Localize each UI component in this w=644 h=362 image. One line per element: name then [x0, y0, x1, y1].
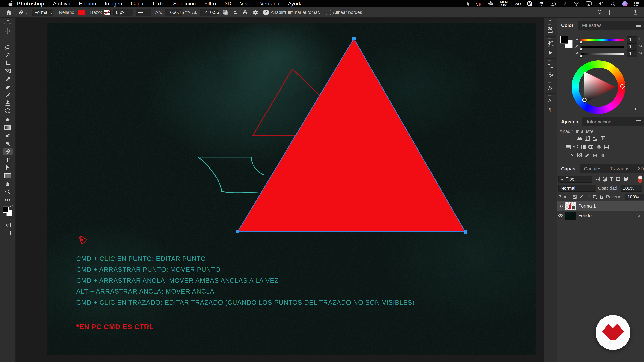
hand-tool[interactable]	[3, 180, 12, 188]
screen-record-icon[interactable]	[476, 1, 481, 6]
brightness-slider-thumb[interactable]	[579, 55, 583, 57]
frame-tool[interactable]	[3, 67, 12, 75]
stroke-style-dropdown[interactable]: ⌄	[136, 9, 151, 16]
lasso-tool[interactable]	[3, 43, 12, 51]
menu-ventana[interactable]: Ventana	[260, 1, 280, 7]
path-selection-tool[interactable]	[3, 164, 12, 171]
blend-mode-dropdown[interactable]: Normal⌄	[558, 185, 596, 192]
toolbar-grip[interactable]	[4, 23, 11, 24]
hue-slider[interactable]	[581, 39, 624, 41]
fill-swatch[interactable]	[78, 9, 85, 15]
adjustment-posterize-icon[interactable]	[576, 152, 583, 159]
menu-imagen[interactable]: Imagen	[105, 1, 122, 7]
filter-shape-layers-icon[interactable]	[616, 177, 621, 182]
dock-layer-styles-icon[interactable]: fx	[546, 84, 555, 92]
spotlight-icon[interactable]	[610, 1, 616, 6]
type-tool[interactable]: T	[3, 156, 12, 163]
tidal-icon[interactable]	[488, 1, 494, 6]
pen-tool-preset-icon[interactable]	[18, 9, 24, 15]
dock-paragraph-icon[interactable]: ¶	[546, 106, 555, 113]
dock-actions-icon[interactable]	[546, 49, 555, 56]
pen-preset-chevron-icon[interactable]: ⌄	[25, 10, 28, 14]
dock-expand-icon[interactable]: »	[546, 18, 555, 22]
lock-position-icon[interactable]	[586, 195, 590, 199]
color-panel-swatches[interactable]	[560, 36, 574, 49]
adjustment-invert-icon[interactable]	[568, 152, 575, 159]
layer-name[interactable]: Fondo	[578, 213, 592, 218]
filter-smart-objects-icon[interactable]	[623, 177, 628, 182]
m-app-icon[interactable]: M	[527, 1, 532, 6]
edit-toolbar-icon[interactable]: •••	[3, 196, 12, 204]
home-icon[interactable]	[6, 9, 12, 15]
tab-informacion[interactable]: Información	[582, 117, 616, 126]
menu-capa[interactable]: Capa	[131, 1, 143, 7]
document-canvas[interactable]: CMD + CLIC EN PUNTO: EDITAR PUNTO CMD + …	[47, 23, 536, 355]
magic-wand-tool[interactable]	[3, 51, 12, 59]
adjustment-color-balance-icon[interactable]	[572, 143, 579, 150]
healing-brush-tool[interactable]	[3, 84, 12, 91]
eraser-tool[interactable]	[3, 116, 12, 123]
anchor-bottom-right[interactable]	[464, 230, 467, 234]
tab-ajustes[interactable]: Ajustes	[557, 117, 582, 126]
anchor-apex[interactable]	[352, 37, 356, 40]
hue-value-field[interactable]: 0	[626, 36, 637, 43]
auto-add-delete-checkbox[interactable]: ✓	[264, 10, 268, 15]
workspace-switcher-icon[interactable]	[609, 10, 616, 15]
path-alignment-icon[interactable]	[232, 9, 238, 15]
dock-properties-icon[interactable]	[546, 26, 555, 34]
menu-photoshop[interactable]: Photoshop	[17, 1, 44, 7]
tab-canales[interactable]: Canales	[580, 164, 606, 173]
adjustment-vibrance-icon[interactable]	[600, 135, 606, 142]
share-icon[interactable]	[632, 9, 638, 15]
layer-thumbnail[interactable]	[564, 212, 576, 220]
brush-tool[interactable]	[3, 92, 12, 99]
move-tool[interactable]	[3, 27, 12, 35]
canvas-pasteboard[interactable]: CMD + CLIC EN PUNTO: EDITAR PUNTO CMD + …	[16, 17, 544, 362]
airplay-icon[interactable]	[586, 1, 592, 6]
menu-3d[interactable]: 3D	[225, 1, 232, 7]
memory-status[interactable]: MEM82%	[500, 0, 508, 7]
tab-3d[interactable]: 3D	[634, 164, 644, 173]
zoom-tool[interactable]	[3, 188, 12, 196]
brightness-value-field[interactable]: 0	[626, 50, 637, 57]
link-dimensions-icon[interactable]	[184, 10, 190, 14]
shape-height-field[interactable]: 1410,56	[200, 9, 218, 16]
adjustment-gradient-map-icon[interactable]	[592, 152, 598, 159]
eyedropper-tool[interactable]	[3, 76, 12, 83]
dock-brushes-icon[interactable]	[546, 71, 555, 79]
adjustment-threshold-icon[interactable]	[584, 152, 591, 159]
path-arrange-icon[interactable]	[242, 9, 248, 15]
lock-transparency-icon[interactable]	[573, 195, 577, 199]
align-edges-checkbox[interactable]	[326, 10, 331, 15]
history-brush-tool[interactable]	[3, 108, 12, 115]
adjustment-channel-mixer-icon[interactable]	[596, 143, 602, 150]
layer-name[interactable]: Forma 1	[578, 203, 596, 209]
sidecar-icon[interactable]	[464, 1, 469, 6]
foreground-background-colors[interactable]	[3, 207, 13, 217]
path-operations-icon[interactable]	[222, 9, 228, 15]
clone-stamp-tool[interactable]	[3, 100, 12, 107]
tab-capas[interactable]: Capas	[557, 164, 580, 173]
layer-thumbnail[interactable]	[564, 202, 576, 210]
pen-tool[interactable]	[3, 148, 12, 155]
stroke-swatch[interactable]	[104, 9, 111, 15]
gradient-tool[interactable]	[3, 124, 12, 131]
search-icon[interactable]	[597, 9, 603, 15]
wheel-sb-selector[interactable]	[582, 98, 587, 102]
fill-dropdown[interactable]: 100%⌄	[625, 194, 644, 200]
layer-row-fondo[interactable]: Fondo	[557, 211, 644, 220]
filter-adjustment-layers-icon[interactable]	[602, 177, 608, 182]
apple-logo-icon[interactable]	[8, 1, 13, 6]
adjustment-selective-color-icon[interactable]	[600, 152, 606, 159]
rectangle-tool[interactable]	[3, 172, 12, 179]
adjustment-curves-icon[interactable]	[584, 135, 591, 142]
quick-mask-icon[interactable]	[3, 221, 12, 229]
anchor-bottom-left[interactable]	[236, 230, 240, 233]
camera-icon[interactable]	[551, 1, 556, 6]
control-center-icon[interactable]	[634, 1, 640, 6]
layer-filter-dropdown[interactable]: Tipo⌄	[558, 176, 592, 183]
menu-seleccion[interactable]: Selección	[173, 1, 196, 7]
dock-brush-settings-icon[interactable]	[546, 62, 555, 69]
adjustment-brightness-contrast-icon[interactable]: ☼	[568, 135, 575, 142]
menu-filtro[interactable]: Filtro	[204, 1, 216, 7]
